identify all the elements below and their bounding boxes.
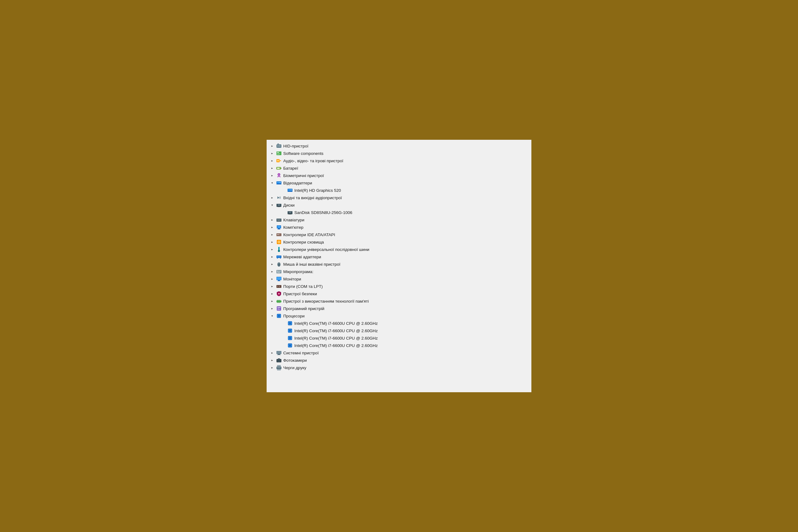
chevron-right-icon[interactable]: ► xyxy=(270,144,274,148)
tree-item-audio-io[interactable]: ►Вхідні та вихідні аудіопристрої xyxy=(267,194,531,201)
svg-rect-114 xyxy=(292,331,292,331)
svg-rect-83 xyxy=(278,300,279,301)
svg-rect-132 xyxy=(277,355,281,355)
svg-rect-21 xyxy=(288,191,292,192)
svg-point-15 xyxy=(278,174,280,175)
svg-rect-36 xyxy=(278,219,279,220)
svg-rect-44 xyxy=(278,228,280,229)
svg-rect-91 xyxy=(278,307,281,308)
chevron-right-icon[interactable]: ► xyxy=(270,158,274,163)
chevron-right-icon[interactable]: ► xyxy=(270,217,274,222)
chevron-right-icon[interactable]: ► xyxy=(270,291,274,296)
tree-item-cpu2[interactable]: Intel(R) Core(TM) i7-6600U CPU @ 2.60GHz xyxy=(267,327,531,334)
chevron-right-icon[interactable]: ► xyxy=(270,225,274,230)
tree-item-mouse[interactable]: ►Миша й інші вказівні пристрої xyxy=(267,261,531,268)
tree-item-usb-ctrl[interactable]: ►Контролери універсальної послідовної ши… xyxy=(267,246,531,253)
chevron-down-icon[interactable]: ▼ xyxy=(270,203,274,208)
svg-rect-78 xyxy=(277,286,278,287)
svg-rect-56 xyxy=(280,248,281,249)
svg-rect-85 xyxy=(280,300,281,301)
tree-item-battery[interactable]: ►Батареї xyxy=(267,165,531,172)
tree-item-computer[interactable]: ►Комп'ютер xyxy=(267,224,531,231)
chevron-right-icon[interactable]: ► xyxy=(270,262,274,267)
device-manager-window: ►HID-пристрої►Software components►Аудіо-… xyxy=(267,140,531,392)
monitor-icon xyxy=(276,276,282,282)
tree-item-memory-tech[interactable]: ►Пристрої з використанням технології пам… xyxy=(267,298,531,305)
chevron-right-icon[interactable]: ► xyxy=(270,166,274,171)
tree-item-audio-video[interactable]: ►Аудіо-, відео- та ігрові пристрої xyxy=(267,157,531,165)
tree-item-label-ide: Контролери IDE ATA/ATAPI xyxy=(283,232,531,237)
tree-item-intel-hd[interactable]: Intel(R) HD Graphics 520 xyxy=(267,187,531,194)
chevron-right-icon[interactable]: ► xyxy=(270,151,274,156)
svg-rect-18 xyxy=(277,182,280,183)
tree-item-disks[interactable]: ▼Диски xyxy=(267,201,531,209)
tree-item-video-adapters[interactable]: ▼Відеоадаптери xyxy=(267,179,531,187)
svg-rect-99 xyxy=(281,315,281,316)
ide-icon xyxy=(276,231,282,238)
svg-rect-35 xyxy=(277,219,278,220)
tree-item-cpu1[interactable]: Intel(R) Core(TM) i7-6600U CPU @ 2.60GHz xyxy=(267,320,531,327)
tree-item-processors[interactable]: ▼Процесори xyxy=(267,312,531,320)
svg-rect-118 xyxy=(288,337,288,338)
mouse-icon xyxy=(276,261,282,267)
svg-rect-12 xyxy=(281,168,281,169)
svg-rect-140 xyxy=(277,369,281,370)
chevron-right-icon[interactable]: ► xyxy=(270,254,274,259)
tree-item-cameras[interactable]: ►Фотокамери xyxy=(267,357,531,364)
tree-item-print-queues[interactable]: ►Черги друку xyxy=(267,364,531,371)
tree-item-cpu3[interactable]: Intel(R) Core(TM) i7-6600U CPU @ 2.60GHz xyxy=(267,334,531,342)
chevron-right-icon[interactable]: ► xyxy=(270,269,274,274)
chevron-right-icon[interactable]: ► xyxy=(270,365,274,370)
print-icon xyxy=(276,364,282,371)
tree-item-label-video-adapters: Відеоадаптери xyxy=(283,181,531,185)
computer-icon xyxy=(276,224,282,230)
tree-item-cpu4[interactable]: Intel(R) Core(TM) i7-6600U CPU @ 2.60GHz xyxy=(267,342,531,349)
tree-item-biometric[interactable]: ►Біометричні пристрої xyxy=(267,172,531,179)
tree-item-label-monitors: Монітори xyxy=(283,277,531,281)
chevron-right-icon[interactable]: ► xyxy=(270,284,274,289)
tree-item-sandisk[interactable]: SanDisk SD8SN8U-256G-1006 xyxy=(267,209,531,216)
tree-item-network[interactable]: ►Мережеві адаптери xyxy=(267,253,531,261)
tree-item-keyboards[interactable]: ►Клавіатури xyxy=(267,216,531,224)
tree-item-label-cpu4: Intel(R) Core(TM) i7-6600U CPU @ 2.60GHz xyxy=(294,343,531,348)
svg-rect-65 xyxy=(279,262,279,264)
chevron-right-icon[interactable]: ► xyxy=(270,247,274,252)
tree-item-system-devices[interactable]: ►Системні пристрої xyxy=(267,349,531,357)
tree-item-ide[interactable]: ►Контролери IDE ATA/ATAPI xyxy=(267,231,531,238)
tree-item-security[interactable]: ►Пристрої безпеки xyxy=(267,290,531,298)
chevron-right-icon[interactable]: ► xyxy=(270,232,274,237)
chevron-right-icon[interactable]: ► xyxy=(270,195,274,200)
tree-item-label-audio-video: Аудіо-, відео- та ігрові пристрої xyxy=(283,158,531,163)
memory-icon xyxy=(276,298,282,304)
chevron-down-icon[interactable]: ▼ xyxy=(270,180,274,185)
svg-rect-69 xyxy=(279,271,281,271)
chevron-right-icon[interactable]: ► xyxy=(270,240,274,244)
tree-item-software-dev[interactable]: ►Програмний пристрій xyxy=(267,305,531,312)
hid-icon xyxy=(276,143,282,149)
tree-item-label-disks: Диски xyxy=(283,203,531,208)
svg-rect-17 xyxy=(277,184,281,185)
svg-point-31 xyxy=(288,214,292,214)
svg-rect-79 xyxy=(279,286,280,287)
tree-item-storage-ctrl[interactable]: ►Контролери сховища xyxy=(267,238,531,246)
chevron-right-icon[interactable]: ► xyxy=(270,350,274,355)
svg-rect-127 xyxy=(292,344,292,345)
tree-item-label-keyboards: Клавіатури xyxy=(283,218,531,222)
svg-rect-120 xyxy=(292,337,292,338)
tree-item-software-components[interactable]: ►Software components xyxy=(267,150,531,157)
svg-rect-111 xyxy=(288,330,288,330)
chevron-right-icon[interactable]: ► xyxy=(270,299,274,304)
tree-item-ports[interactable]: ►Порти (COM та LPT) xyxy=(267,283,531,290)
chevron-right-icon[interactable]: ► xyxy=(270,277,274,281)
svg-rect-100 xyxy=(281,316,281,317)
tree-item-monitors[interactable]: ►Монітори xyxy=(267,275,531,283)
svg-rect-93 xyxy=(278,309,280,310)
svg-rect-41 xyxy=(280,220,281,221)
chevron-right-icon[interactable]: ► xyxy=(270,173,274,178)
chevron-right-icon[interactable]: ► xyxy=(270,358,274,363)
tree-item-firmware[interactable]: ►Мікропрограма: xyxy=(267,268,531,275)
chevron-right-icon[interactable]: ► xyxy=(270,306,274,311)
chevron-down-icon[interactable]: ▼ xyxy=(270,314,274,318)
svg-rect-68 xyxy=(277,271,279,271)
tree-item-hid[interactable]: ►HID-пристрої xyxy=(267,142,531,150)
